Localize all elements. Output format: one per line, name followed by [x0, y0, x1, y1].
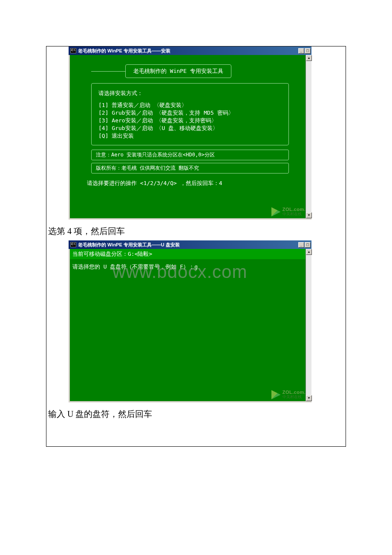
zol-watermark: ZOL.com.c 中关村在线 — [271, 207, 308, 217]
zol-watermark: ZOL.com.c 中关村在线 — [271, 390, 308, 399]
zol-logo-icon — [271, 390, 281, 399]
window-controls: _ □ — [298, 242, 311, 248]
console-client: 当前可移动磁盘分区：G:<陆毅> 请选择您的 U 盘盘符（不需要冒号，例如 F）… — [70, 249, 310, 401]
scrollbar[interactable]: ▴ ▾ — [306, 249, 311, 401]
watermark-line1: ZOL.com.c — [282, 207, 308, 212]
minimize-button[interactable]: _ — [298, 242, 304, 248]
menu-item-4: [4] Grub安装／启动 〈U 盘、移动硬盘安装〉 — [98, 124, 282, 132]
window-controls: _ □ — [298, 48, 311, 54]
scroll-down-icon[interactable]: ▾ — [306, 212, 312, 218]
select-label: 请选择安装方式： — [98, 90, 282, 97]
instruction-text-2: 输入 U 盘的盘符，然后回车 — [48, 408, 346, 420]
menu-item-3: [3] Aero安装／启动 〈硬盘安装，支持密码〉 — [98, 117, 282, 124]
menu-frame: 请选择安装方式： [1] 普通安装／启动 〈硬盘安装〉 [2] Grub安装／启… — [91, 83, 289, 145]
window-title: 老毛桃制作的 WinPE 专用安装工具——U 盘安装 — [78, 242, 180, 248]
watermark-line1: ZOL.com.c — [282, 390, 308, 395]
banner-frame: 老毛桃制作的 WinPE 专用安装工具 — [91, 64, 289, 79]
page-frame: 老毛桃制作的 WinPE 专用安装工具——安装 _ □ 老毛桃制作的 WinPE… — [46, 46, 346, 447]
console-window-udisk: 老毛桃制作的 WinPE 专用安装工具——U 盘安装 _ □ 当前可移动磁盘分区… — [69, 240, 311, 402]
titlebar: 老毛桃制作的 WinPE 专用安装工具——U 盘安装 _ □ — [69, 240, 311, 249]
maximize-button[interactable]: □ — [305, 242, 311, 248]
watermark-line2: 中关村在线 — [282, 395, 308, 399]
scrollbar[interactable]: ▴ ▾ — [306, 55, 311, 218]
instruction-text-1: 选第 4 项，然后回车 — [48, 225, 346, 237]
copyright-box: 版权所有：老毛桃 仅供网友们交流 翻版不究 — [91, 163, 289, 173]
scroll-down-icon[interactable]: ▾ — [306, 395, 312, 401]
current-partition-line: 当前可移动磁盘分区：G:<陆毅> — [70, 249, 310, 259]
minimize-button[interactable]: _ — [298, 48, 304, 54]
note-box: 注意：Aero 安装项只适合系统分区在<HD0,0>分区 — [91, 150, 289, 160]
console-window-install: 老毛桃制作的 WinPE 专用安装工具——安装 _ □ 老毛桃制作的 WinPE… — [69, 46, 311, 220]
cmd-icon — [70, 48, 76, 53]
scroll-up-icon[interactable]: ▴ — [306, 55, 312, 61]
scroll-up-icon[interactable]: ▴ — [306, 249, 312, 255]
menu-item-2: [2] Grub安装／启动 〈硬盘安装，支持 MD5 密码〉 — [98, 109, 282, 117]
window-title: 老毛桃制作的 WinPE 专用安装工具——安装 — [78, 48, 170, 54]
zol-logo-icon — [271, 207, 281, 217]
cmd-icon — [70, 242, 76, 247]
banner-title: 老毛桃制作的 WinPE 专用安装工具 — [125, 64, 231, 78]
watermark-line2: 中关村在线 — [282, 212, 308, 217]
titlebar: 老毛桃制作的 WinPE 专用安装工具——安装 _ □ — [69, 46, 311, 55]
maximize-button[interactable]: □ — [305, 48, 311, 54]
drive-letter-prompt: 请选择您的 U 盘盘符（不需要冒号，例如 F）：g — [70, 263, 310, 271]
operation-prompt: 请选择要进行的操作 <1/2/3/4/Q> ，然后按回车：4 — [87, 179, 293, 187]
menu-item-1: [1] 普通安装／启动 〈硬盘安装〉 — [98, 101, 282, 109]
menu-item-q: [Q] 退出安装 — [98, 132, 282, 140]
console-client: 老毛桃制作的 WinPE 专用安装工具 请选择安装方式： [1] 普通安装／启动… — [70, 55, 310, 218]
